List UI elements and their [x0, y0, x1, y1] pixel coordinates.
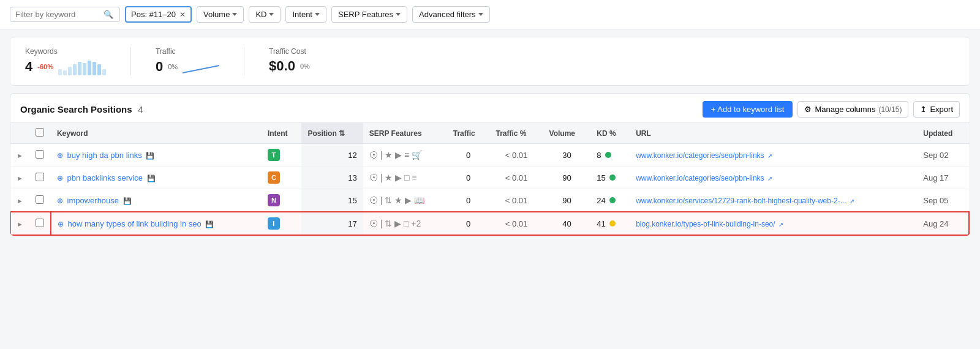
external-link-icon[interactable]: ➚ [778, 221, 783, 228]
row-checkbox[interactable] [29, 189, 51, 212]
keyword-filter-input-wrap[interactable]: 🔍 [10, 7, 120, 22]
serp-features-label: SERP Features [338, 10, 393, 19]
chevron-down-icon [269, 13, 274, 16]
keyword-add-icon[interactable]: ⊕ [57, 174, 63, 182]
add-keyword-button[interactable]: + Add to keyword list [703, 101, 793, 118]
chevron-down-icon [396, 13, 401, 16]
url-cell: www.konker.io/categories/seo/pbn-links ➚ [630, 167, 917, 189]
section-header: Organic Search Positions 4 + Add to keyw… [10, 93, 970, 122]
traffic-value: 0 [156, 59, 163, 75]
volume-col-header[interactable]: Volume [543, 123, 591, 144]
section-title: Organic Search Positions [20, 104, 132, 114]
advanced-filters-btn[interactable]: Advanced filters [412, 6, 490, 23]
serp-features-cell: 🖸 | ★ ▶ □ ≡ [363, 167, 447, 189]
url-link[interactable]: www.konker.io/categories/seo/pbn-links [636, 174, 764, 182]
external-link-icon[interactable]: ➚ [767, 175, 772, 182]
export-button[interactable]: ↥ Export [913, 101, 960, 118]
kd-dot [609, 174, 616, 181]
external-link-icon[interactable]: ➚ [850, 198, 854, 205]
keyword-link[interactable]: impowerhouse [67, 196, 119, 205]
intent-col-header[interactable]: Intent [262, 123, 302, 144]
url-link[interactable]: www.konker.io/services/12729-rank-bolt-h… [636, 197, 846, 205]
url-col-header[interactable]: URL [630, 123, 917, 144]
serp-features-filter-btn[interactable]: SERP Features [331, 6, 407, 23]
intent-cell: I [262, 212, 302, 235]
keyword-link[interactable]: how many types of link building in seo [68, 219, 202, 228]
serp-icons: 🖸 | ⇅ ★ ▶ 📖 [369, 195, 441, 205]
updated-col-header[interactable]: Updated [917, 123, 969, 144]
intent-cell: C [262, 167, 302, 189]
url-link[interactable]: blog.konker.io/types-of-link-building-in… [636, 220, 775, 228]
traffic-col-header[interactable]: Traffic [447, 123, 490, 144]
intent-filter-btn[interactable]: Intent [285, 6, 326, 23]
volume-filter-btn[interactable]: Volume [197, 6, 244, 23]
keyword-filter-input[interactable] [15, 10, 101, 19]
traffic-label: Traffic [156, 47, 219, 56]
add-keyword-label: + Add to keyword list [711, 105, 785, 114]
intent-badge: N [268, 194, 280, 206]
save-icon[interactable]: 💾 [123, 197, 132, 205]
row-checkbox[interactable] [29, 167, 51, 189]
row-select-checkbox[interactable] [36, 150, 44, 159]
kd-filter-btn[interactable]: KD [249, 6, 281, 23]
checkbox-col-header [29, 123, 51, 144]
traffic-cost-change: 0% [300, 62, 310, 70]
keyword-add-icon[interactable]: ⊕ [57, 151, 63, 160]
serp-icons: 🖸 | ★ ▶ □ ≡ [369, 173, 441, 182]
save-icon[interactable]: 💾 [205, 220, 214, 228]
manage-columns-count: (10/15) [878, 105, 902, 114]
intent-badge: T [268, 149, 280, 161]
stats-row: Keywords 4 -60% Traffic 0 0% [10, 37, 970, 86]
kd-col-header[interactable]: KD % [590, 123, 630, 144]
url-link[interactable]: www.konker.io/categories/seo/pbn-links [636, 151, 764, 160]
save-icon[interactable]: 💾 [146, 152, 154, 159]
top-bar: 🔍 Pos: #11–20 ✕ Volume KD Intent SERP Fe… [0, 0, 980, 29]
updated-cell: Aug 17 [917, 167, 969, 189]
traffic-cost-stat: Traffic Cost $0.0 0% [269, 47, 310, 75]
traffic-cell: 0 [447, 212, 490, 235]
keyword-link[interactable]: buy high da pbn links [67, 151, 142, 160]
keyword-add-icon[interactable]: ⊕ [57, 197, 63, 205]
row-checkbox[interactable] [29, 212, 51, 235]
serp-features-col-header[interactable]: SERP Features [363, 123, 447, 144]
close-filter-icon[interactable]: ✕ [179, 10, 186, 19]
traffic-cell: 0 [447, 144, 490, 167]
keyword-cell: ⊕ buy high da pbn links 💾 [51, 144, 262, 167]
active-filter-tag[interactable]: Pos: #11–20 ✕ [125, 6, 192, 23]
keyword-col-header[interactable]: Keyword [51, 123, 262, 144]
row-select-checkbox[interactable] [36, 219, 44, 227]
section-title-group: Organic Search Positions 4 [20, 104, 143, 114]
external-link-icon[interactable]: ➚ [767, 152, 772, 159]
export-label: Export [930, 105, 953, 114]
expand-col-header [10, 123, 29, 144]
position-cell: 17 [301, 212, 363, 235]
row-expand[interactable]: ► [10, 167, 29, 189]
traffic-cost-label: Traffic Cost [269, 47, 310, 56]
row-expand[interactable]: ► [10, 144, 29, 167]
row-expand[interactable]: ► [10, 212, 29, 235]
url-cell: www.konker.io/services/12729-rank-bolt-h… [630, 189, 917, 212]
row-expand[interactable]: ► [10, 189, 29, 212]
row-checkbox[interactable] [29, 144, 51, 167]
row-select-checkbox[interactable] [36, 195, 44, 204]
manage-columns-button[interactable]: ⚙ Manage columns (10/15) [797, 101, 908, 118]
position-col-header[interactable]: Position ⇅ [301, 123, 363, 144]
row-select-checkbox[interactable] [36, 173, 44, 181]
save-icon[interactable]: 💾 [147, 174, 156, 182]
traffic-pct-cell: < 0.01 [489, 189, 543, 212]
traffic-cost-value: $0.0 [269, 58, 295, 74]
traffic-pct-col-header[interactable]: Traffic % [489, 123, 543, 144]
volume-cell: 90 [543, 189, 591, 212]
keyword-add-icon[interactable]: ⊕ [58, 220, 64, 228]
table-row: ► ⊕ how many types of link building in s… [10, 212, 969, 235]
intent-badge: C [268, 171, 280, 184]
volume-label: Volume [203, 10, 230, 19]
intent-cell: T [262, 144, 302, 167]
kd-cell: 24 [590, 189, 630, 212]
url-cell: blog.konker.io/types-of-link-building-in… [630, 212, 917, 235]
keyword-link[interactable]: pbn backlinks service [67, 173, 143, 182]
position-cell: 12 [301, 144, 363, 167]
serp-features-cell: 🖸 | ⇅ ★ ▶ 📖 [363, 189, 447, 212]
table-row: ► ⊕ pbn backlinks service 💾 C 13 🖸 | ★ ▶… [10, 167, 969, 189]
select-all-checkbox[interactable] [36, 128, 44, 137]
